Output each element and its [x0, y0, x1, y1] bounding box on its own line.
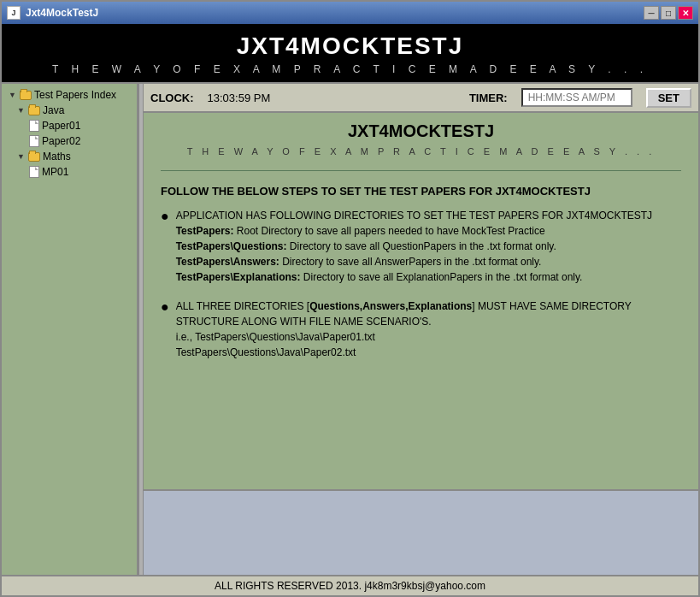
sidebar-item-java[interactable]: ▼ Java [2, 103, 137, 118]
app-icon: J [7, 6, 21, 20]
timer-input[interactable] [521, 88, 632, 107]
content-scroll[interactable]: JXT4MOCKTESTJ T H E W A Y O F E X A M P … [144, 113, 698, 489]
sidebar-mp01-label: MP01 [42, 166, 68, 178]
paper02-file-icon [29, 135, 39, 147]
status-text: ALL RIGHTS RESERVED 2013. j4k8m3r9kbsj@y… [215, 580, 485, 592]
bullet-content-2: ALL THREE DIRECTORIES [Questions,Answers… [176, 298, 681, 360]
tp-label: TestPapers: [176, 225, 234, 237]
root-folder-icon [20, 91, 32, 100]
timer-label: TIMER: [469, 92, 508, 104]
sidebar-item-maths[interactable]: ▼ Maths [2, 149, 137, 164]
content-area: CLOCK: 13:03:59 PM TIMER: SET JXT4MOCKTE… [144, 84, 698, 575]
toolbar: CLOCK: 13:03:59 PM TIMER: SET [144, 84, 698, 113]
set-button[interactable]: SET [646, 88, 691, 108]
maths-folder-icon [28, 152, 40, 162]
bullet-item-2: ● ALL THREE DIRECTORIES [Questions,Answe… [161, 298, 681, 360]
bullet-content-1: APPLICATION HAS FOLLOWING DIRECTORIES TO… [176, 208, 681, 285]
sidebar: ▼ Test Papers Index ▼ Java Paper01 Paper… [2, 84, 138, 575]
main-window: J Jxt4MockTestJ ─ □ ✕ JXT4MOCKTESTJ T H … [0, 0, 700, 597]
sidebar-java-label: Java [43, 104, 64, 116]
minimize-button[interactable]: ─ [644, 6, 659, 20]
app-title: JXT4MOCKTESTJ [2, 33, 698, 60]
sidebar-item-paper01[interactable]: Paper01 [2, 118, 137, 133]
bottom-area [144, 489, 698, 575]
main-container: ▼ Test Papers Index ▼ Java Paper01 Paper… [2, 82, 698, 575]
root-expand-arrow: ▼ [9, 91, 17, 99]
tpq-label: TestPapers\Questions: [176, 240, 287, 252]
maths-expand-arrow: ▼ [17, 152, 26, 161]
title-bar-left: J Jxt4MockTestJ [7, 6, 98, 20]
bullet-dot-2: ● [161, 297, 169, 360]
steps-title: FOLLOW THE BELOW STEPS TO SET THE TEST P… [161, 185, 681, 198]
sidebar-maths-label: Maths [43, 151, 71, 163]
sidebar-item-paper02[interactable]: Paper02 [2, 133, 137, 149]
clock-label: CLOCK: [150, 92, 194, 104]
window-controls: ─ □ ✕ [644, 6, 693, 20]
bullet-list: ● APPLICATION HAS FOLLOWING DIRECTORIES … [161, 208, 681, 360]
tpe-label: TestPapers\Explanations: [176, 271, 301, 283]
sidebar-paper02-label: Paper02 [42, 135, 80, 147]
mp01-file-icon [29, 166, 39, 178]
java-expand-arrow: ▼ [17, 106, 26, 115]
content-subtitle: T H E W A Y O F E X A M P R A C T I C E … [161, 146, 681, 157]
app-subtitle: T H E W A Y O F E X A M P R A C T I C E … [2, 63, 698, 75]
title-bar: J Jxt4MockTestJ ─ □ ✕ [2, 2, 698, 24]
content-divider [161, 170, 681, 171]
maximize-button[interactable]: □ [661, 6, 676, 20]
java-folder-icon [28, 106, 40, 115]
status-bar: ALL RIGHTS RESERVED 2013. j4k8m3r9kbsj@y… [2, 575, 698, 595]
dirs-bold: Questions,Answers,Explanations [309, 300, 472, 312]
window-title: Jxt4MockTestJ [26, 7, 98, 19]
bullet-item-1: ● APPLICATION HAS FOLLOWING DIRECTORIES … [161, 208, 681, 285]
sidebar-root-label: Test Papers Index [34, 89, 116, 101]
sidebar-paper01-label: Paper01 [42, 120, 80, 132]
clock-value: 13:03:59 PM [208, 92, 271, 104]
sidebar-item-mp01[interactable]: MP01 [2, 164, 137, 180]
close-button[interactable]: ✕ [678, 6, 693, 20]
tpa-label: TestPapers\Answers: [176, 256, 279, 268]
content-title: JXT4MOCKTESTJ [161, 121, 681, 141]
app-header: JXT4MOCKTESTJ T H E W A Y O F E X A M P … [2, 24, 698, 82]
sidebar-root[interactable]: ▼ Test Papers Index [2, 87, 137, 103]
paper01-file-icon [29, 120, 39, 132]
bullet-dot-1: ● [161, 206, 169, 285]
